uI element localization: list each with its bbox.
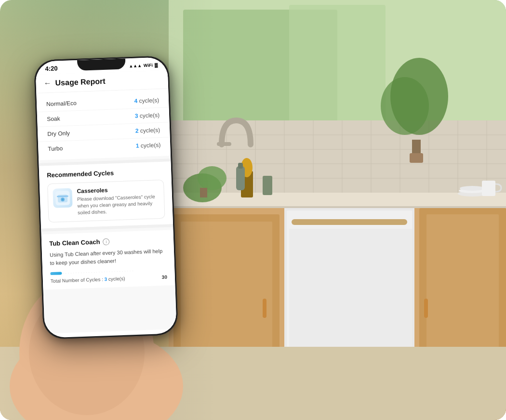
wifi-icon: WiFi [144, 63, 153, 68]
signal-icon: ▲▲▲ [129, 63, 142, 68]
svg-rect-48 [217, 142, 231, 146]
svg-rect-24 [263, 299, 266, 318]
progress-fill [50, 272, 62, 275]
cycle-number-soak: 3 [135, 113, 138, 119]
svg-point-44 [460, 186, 485, 191]
phone-notch [77, 58, 126, 70]
phone: 4:20 ▲▲▲ WiFi ▓ ← Usage Report Normal/Ec [34, 55, 178, 339]
info-icon[interactable]: i [103, 238, 109, 245]
total-label: Total Number of Cycles : 3 cycle(s) [51, 276, 125, 284]
tub-description: Using Tub Clean after every 30 washes wi… [50, 247, 167, 267]
battery-icon: ▓ [155, 63, 158, 67]
cycle-count-soak: 3 cycle(s) [135, 112, 160, 119]
svg-rect-27 [292, 219, 407, 225]
svg-rect-46 [236, 166, 245, 190]
svg-rect-41 [410, 153, 423, 163]
status-icons: ▲▲▲ WiFi ▓ [129, 63, 158, 68]
svg-rect-37 [263, 176, 272, 195]
cycle-number-turbo: 1 [136, 143, 139, 149]
phone-outer: 4:20 ▲▲▲ WiFi ▓ ← Usage Report Normal/Ec [34, 55, 178, 339]
back-button[interactable]: ← [43, 79, 52, 88]
rec-content: Casseroles Please download "Casseroles" … [77, 185, 160, 216]
progress-bar-container: · · · · · · · · · · · · · · · · · · · · … [50, 268, 167, 276]
page-title: Usage Report [55, 77, 106, 88]
rec-icon-casseroles [53, 188, 72, 208]
svg-rect-45 [482, 181, 495, 196]
status-time: 4:20 [45, 65, 58, 72]
tub-clean-section: Tub Clean Coach i Using Tub Clean after … [41, 230, 175, 289]
rec-description: Please download "Casseroles" cycle when … [77, 193, 160, 216]
cycle-name-dry: Dry Only [47, 130, 70, 138]
cycle-count-turbo: 1 cycle(s) [136, 142, 161, 149]
progress-dots: · · · · · · · · · · · · · · · · · · · · … [63, 268, 167, 275]
tub-title: Tub Clean Coach [49, 238, 100, 247]
cycle-name-soak: Soak [47, 115, 60, 122]
recommendation-card[interactable]: Casseroles Please download "Casseroles" … [47, 180, 165, 223]
cycle-count-normal: 4 cycle(s) [134, 97, 159, 105]
svg-rect-2 [289, 5, 386, 125]
phone-screen: 4:20 ▲▲▲ WiFi ▓ ← Usage Report Normal/Ec [35, 57, 177, 338]
svg-rect-40 [412, 140, 421, 154]
total-cycles-row: Total Number of Cycles : 3 cycle(s) 30 [51, 275, 167, 284]
cycle-number-dry: 2 [135, 128, 139, 134]
svg-rect-31 [424, 299, 428, 318]
cycle-number-normal: 4 [134, 98, 137, 105]
current-cycles: 3 [104, 276, 107, 282]
svg-rect-20 [169, 206, 506, 208]
max-cycles: 30 [162, 275, 168, 280]
recommended-section: Recommended Cycles Ca [39, 161, 173, 228]
svg-rect-47 [238, 163, 243, 169]
tub-title-row: Tub Clean Coach i [49, 236, 166, 247]
screen-content: ← Usage Report Normal/Eco 4 cycle(s) Soa… [36, 70, 177, 333]
cycles-section: Normal/Eco 4 cycle(s) Soak 3 cycle(s) Dr… [36, 89, 171, 160]
recommended-title: Recommended Cycles [47, 168, 163, 179]
cycle-count-dry: 2 cycle(s) [135, 127, 160, 134]
cycle-name-normal: Normal/Eco [46, 100, 77, 107]
svg-point-39 [381, 77, 429, 135]
cycle-name-turbo: Turbo [48, 145, 63, 152]
